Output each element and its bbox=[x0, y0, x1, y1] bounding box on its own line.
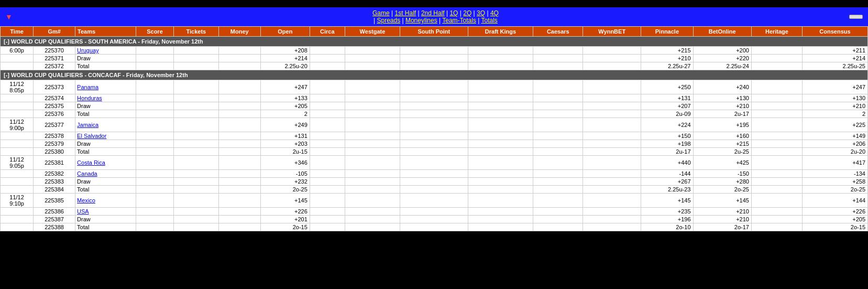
cell-wynnbet bbox=[583, 186, 641, 194]
cell-gmnum: 225384 bbox=[34, 186, 75, 194]
half2-link[interactable]: 2nd Half bbox=[421, 9, 445, 17]
cell-circa bbox=[310, 118, 345, 132]
cell-betonline: +145 bbox=[693, 194, 751, 208]
cell-money bbox=[218, 80, 260, 94]
cell-circa bbox=[310, 208, 345, 216]
clear-button[interactable] bbox=[849, 15, 863, 19]
team-link[interactable]: USA bbox=[77, 208, 89, 215]
cell-score bbox=[136, 94, 173, 102]
team-link[interactable]: Panama bbox=[77, 84, 98, 90]
cell-heritage bbox=[751, 223, 802, 231]
cell-consensus: +130 bbox=[802, 94, 867, 102]
cell-betonline: +425 bbox=[693, 156, 751, 170]
col-circa: Circa bbox=[310, 27, 345, 37]
table-row: 11/129:05p 225381 Costa Rica +346 +440 +… bbox=[1, 156, 868, 170]
cell-wynnbet bbox=[583, 47, 641, 55]
table-row: 225379 Draw +203 +198 +215 +206 bbox=[1, 140, 868, 148]
q3-link[interactable]: 3Q bbox=[477, 9, 485, 17]
cell-betonline: +200 bbox=[693, 47, 751, 55]
cell-draftkings bbox=[468, 62, 533, 70]
cell-wynnbet bbox=[583, 223, 641, 231]
cell-westgate bbox=[345, 55, 400, 62]
cell-heritage bbox=[751, 47, 802, 55]
col-heritage: Heritage bbox=[751, 27, 802, 37]
cell-southpoint bbox=[400, 208, 468, 216]
cell-pinnacle: -144 bbox=[641, 170, 693, 178]
team-link[interactable]: Jamaica bbox=[77, 122, 98, 128]
cell-score bbox=[136, 140, 173, 148]
cell-gmnum: 225375 bbox=[34, 102, 75, 110]
cell-open: 2o-25 bbox=[260, 186, 310, 194]
cell-southpoint bbox=[400, 216, 468, 223]
cell-wynnbet bbox=[583, 194, 641, 208]
cell-time bbox=[1, 102, 34, 110]
q4-link[interactable]: 4Q bbox=[490, 9, 499, 17]
column-header-row: Time Gm# Teams Score Tickets Money Open … bbox=[1, 27, 868, 37]
teamtotals-link[interactable]: Team-Totals bbox=[442, 17, 476, 24]
table-row: 225372 Total 2.25u-20 2.25u-27 2.25u-24 … bbox=[1, 62, 868, 70]
cell-open: +201 bbox=[260, 216, 310, 223]
col-money: Money bbox=[218, 27, 260, 37]
team-link[interactable]: El Salvador bbox=[77, 133, 106, 139]
cell-tickets bbox=[174, 80, 218, 94]
cell-open: +145 bbox=[260, 194, 310, 208]
cell-draftkings bbox=[468, 156, 533, 170]
cell-draftkings bbox=[468, 132, 533, 140]
team-link[interactable]: Honduras bbox=[77, 95, 102, 101]
table-row: 11/129:10p 225385 Mexico +145 +145 +145 … bbox=[1, 194, 868, 208]
cell-gmnum: 225374 bbox=[34, 94, 75, 102]
section-title: [-] WORLD CUP QUALIFIERS - CONCACAF - Fr… bbox=[1, 70, 868, 80]
cell-wynnbet bbox=[583, 102, 641, 110]
cell-draftkings bbox=[468, 94, 533, 102]
moneylines-link[interactable]: Moneylines bbox=[405, 17, 437, 24]
cell-pinnacle: +207 bbox=[641, 102, 693, 110]
cell-tickets bbox=[174, 194, 218, 208]
cell-time: 11/129:05p bbox=[1, 156, 34, 170]
cell-consensus: +226 bbox=[802, 208, 867, 216]
table-row: 225374 Honduras +133 +131 +130 +130 bbox=[1, 94, 868, 102]
triangle-icon[interactable]: ▼ bbox=[5, 13, 13, 21]
cell-southpoint bbox=[400, 55, 468, 62]
cell-score bbox=[136, 62, 173, 70]
cell-circa bbox=[310, 156, 345, 170]
cell-team: Mexico bbox=[75, 194, 136, 208]
cell-southpoint bbox=[400, 62, 468, 70]
team-label: Total bbox=[77, 224, 89, 230]
cell-southpoint bbox=[400, 156, 468, 170]
team-link[interactable]: Mexico bbox=[77, 197, 95, 204]
cell-tickets bbox=[174, 216, 218, 223]
cell-time: 11/128:05p bbox=[1, 80, 34, 94]
team-link[interactable]: Canada bbox=[77, 170, 97, 177]
cell-score bbox=[136, 186, 173, 194]
col-pinnacle: Pinnacle bbox=[641, 27, 693, 37]
cell-southpoint bbox=[400, 110, 468, 118]
cell-tickets bbox=[174, 148, 218, 156]
col-consensus: Consensus bbox=[802, 27, 867, 37]
team-link[interactable]: Uruguay bbox=[77, 47, 99, 53]
col-caesars: Caesars bbox=[533, 27, 583, 37]
cell-draftkings bbox=[468, 208, 533, 216]
half1-link[interactable]: 1st Half bbox=[394, 9, 416, 17]
cell-betonline: -150 bbox=[693, 170, 751, 178]
cell-money bbox=[218, 102, 260, 110]
team-link[interactable]: Costa Rica bbox=[77, 159, 105, 166]
q1-link[interactable]: 1Q bbox=[449, 9, 458, 17]
cell-heritage bbox=[751, 140, 802, 148]
cell-westgate bbox=[345, 186, 400, 194]
cell-money bbox=[218, 110, 260, 118]
cell-consensus: +417 bbox=[802, 156, 867, 170]
spreads-link[interactable]: Spreads bbox=[377, 17, 400, 24]
cell-open: +203 bbox=[260, 140, 310, 148]
cell-pinnacle: +145 bbox=[641, 194, 693, 208]
totals-link[interactable]: Totals bbox=[481, 17, 498, 24]
q2-link[interactable]: 2Q bbox=[463, 9, 471, 17]
cell-team: Draw bbox=[75, 216, 136, 223]
cell-draftkings bbox=[468, 186, 533, 194]
cell-circa bbox=[310, 47, 345, 55]
cell-heritage bbox=[751, 118, 802, 132]
cell-gmnum: 225377 bbox=[34, 118, 75, 132]
cell-tickets bbox=[174, 55, 218, 62]
table-row: 225376 Total 2 2u-09 2u-17 2 bbox=[1, 110, 868, 118]
game-link[interactable]: Game bbox=[372, 9, 390, 17]
cell-betonline: +280 bbox=[693, 178, 751, 186]
